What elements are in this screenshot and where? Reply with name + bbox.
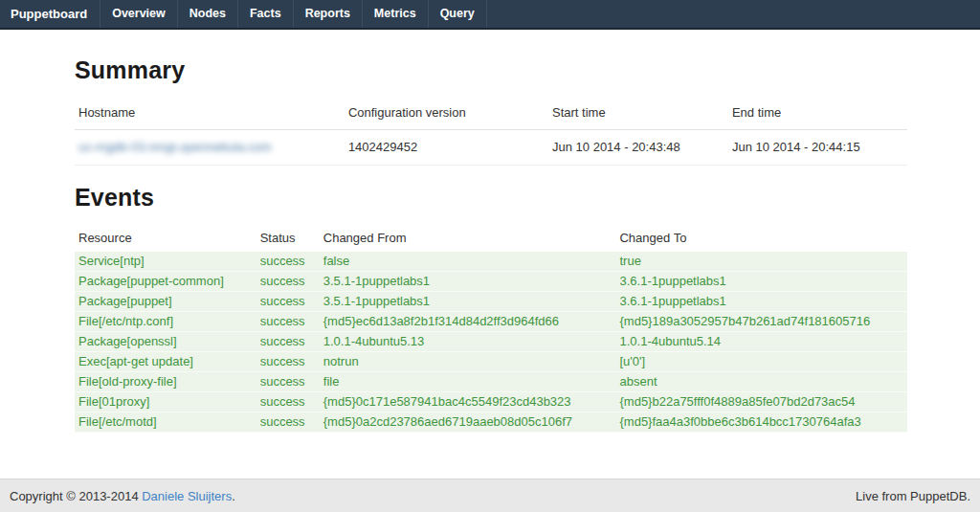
col-header-resource: Resource xyxy=(75,226,256,252)
changed-from-cell: false xyxy=(320,252,616,272)
status-cell: success xyxy=(256,352,320,372)
resource-cell: Package[puppet] xyxy=(75,292,256,312)
events-header-row: Resource Status Changed From Changed To xyxy=(75,226,907,252)
changed-from-cell: 1.0.1-4ubuntu5.13 xyxy=(320,332,616,352)
copyright-text: Copyright © 2013-2014 xyxy=(10,489,142,503)
status-cell: success xyxy=(256,392,320,412)
table-row: Service[ntp] success false true xyxy=(75,252,907,272)
changed-to-cell: absent xyxy=(615,372,907,392)
changed-from-cell: {md5}ec6d13a8f2b1f314d84d2ff3d964fd66 xyxy=(320,312,616,332)
status-cell: success xyxy=(256,312,320,332)
col-header-config-version: Configuration version xyxy=(345,99,548,130)
navbar: Puppetboard Overview Nodes Facts Reports… xyxy=(0,0,980,30)
end-time-value: Jun 10 2014 - 20:44:15 xyxy=(728,130,907,166)
resource-cell: Package[openssl] xyxy=(75,332,256,352)
config-version-value: 1402429452 xyxy=(345,130,548,166)
resource-cell: Exec[apt-get update] xyxy=(75,352,256,372)
col-header-end-time: End time xyxy=(728,99,907,130)
table-row: File[/etc/ntp.conf] success {md5}ec6d13a… xyxy=(75,312,907,332)
nav-item-facts[interactable]: Facts xyxy=(237,0,293,28)
table-row: Exec[apt-get update] success notrun [u'0… xyxy=(75,352,907,372)
resource-cell: File[old-proxy-file] xyxy=(75,372,256,392)
changed-to-cell: [u'0'] xyxy=(615,352,907,372)
status-cell: success xyxy=(256,252,320,272)
changed-from-cell: {md5}0a2cd23786aed6719aaeb08d05c106f7 xyxy=(320,412,616,433)
copyright-period: . xyxy=(232,489,235,503)
col-header-hostname: Hostname xyxy=(75,99,345,130)
changed-from-cell: notrun xyxy=(320,352,616,372)
status-cell: success xyxy=(256,292,320,312)
table-row: Package[openssl] success 1.0.1-4ubuntu5.… xyxy=(75,332,907,352)
resource-cell: File[/etc/ntp.conf] xyxy=(75,312,256,332)
summary-table: Hostname Configuration version Start tim… xyxy=(75,99,907,166)
resource-cell: File[01proxy] xyxy=(75,392,256,412)
nav-item-overview[interactable]: Overview xyxy=(100,0,177,28)
changed-to-cell: 3.6.1-1puppetlabs1 xyxy=(615,292,907,312)
table-row: File[01proxy] success {md5}0c171e587941b… xyxy=(75,392,907,412)
status-cell: success xyxy=(256,372,320,392)
col-header-status: Status xyxy=(256,226,320,252)
changed-from-cell: {md5}0c171e587941bac4c5549f23cd43b323 xyxy=(320,392,616,412)
nav-item-query[interactable]: Query xyxy=(428,0,487,28)
changed-to-cell: 3.6.1-1puppetlabs1 xyxy=(615,272,907,292)
start-time-value: Jun 10 2014 - 20:43:48 xyxy=(548,130,728,166)
nav-item-metrics[interactable]: Metrics xyxy=(362,0,428,28)
status-cell: success xyxy=(256,412,320,433)
resource-cell: Service[ntp] xyxy=(75,252,256,272)
footer: Copyright © 2013-2014 Daniele Sluijters.… xyxy=(0,479,980,512)
main-content: Summary Hostname Configuration version S… xyxy=(75,56,907,433)
col-header-changed-from: Changed From xyxy=(320,226,616,252)
events-table: Resource Status Changed From Changed To … xyxy=(75,226,907,433)
resource-cell: File[/etc/motd] xyxy=(75,412,256,433)
changed-from-cell: 3.5.1-1puppetlabs1 xyxy=(320,292,616,312)
status-cell: success xyxy=(256,272,320,292)
navbar-brand[interactable]: Puppetboard xyxy=(0,0,100,28)
changed-to-cell: 1.0.1-4ubuntu5.14 xyxy=(615,332,907,352)
nav-item-reports[interactable]: Reports xyxy=(293,0,362,28)
table-row: File[/etc/motd] success {md5}0a2cd23786a… xyxy=(75,412,907,433)
table-row: Package[puppet] success 3.5.1-1puppetlab… xyxy=(75,292,907,312)
col-header-start-time: Start time xyxy=(548,99,728,130)
changed-to-cell: {md5}189a3052957b47b261ad74f181605716 xyxy=(615,312,907,332)
changed-to-cell: {md5}b22a75fff0f4889a85fe07bd2d73ac54 xyxy=(615,392,907,412)
summary-header-row: Hostname Configuration version Start tim… xyxy=(75,99,907,130)
puppetdb-status: Live from PuppetDB. xyxy=(856,489,970,503)
hostname-link-blurred[interactable]: uc-mgdb-03.mngt.opennebula.com xyxy=(78,140,272,154)
nav-item-nodes[interactable]: Nodes xyxy=(177,0,237,28)
resource-cell: Package[puppet-common] xyxy=(75,272,256,292)
changed-from-cell: file xyxy=(320,372,616,392)
status-cell: success xyxy=(256,332,320,352)
table-row: File[old-proxy-file] success file absent xyxy=(75,372,907,392)
col-header-changed-to: Changed To xyxy=(615,226,907,252)
summary-heading: Summary xyxy=(75,56,907,84)
footer-copyright: Copyright © 2013-2014 Daniele Sluijters. xyxy=(10,489,235,503)
events-heading: Events xyxy=(75,184,907,211)
summary-row: uc-mgdb-03.mngt.opennebula.com 140242945… xyxy=(75,130,907,166)
table-row: Package[puppet-common] success 3.5.1-1pu… xyxy=(75,272,907,292)
changed-to-cell: {md5}faa4a3f0bbe6c3b614bcc1730764afa3 xyxy=(615,412,907,433)
changed-from-cell: 3.5.1-1puppetlabs1 xyxy=(320,272,616,292)
author-link[interactable]: Daniele Sluijters xyxy=(142,489,232,503)
changed-to-cell: true xyxy=(615,252,907,272)
